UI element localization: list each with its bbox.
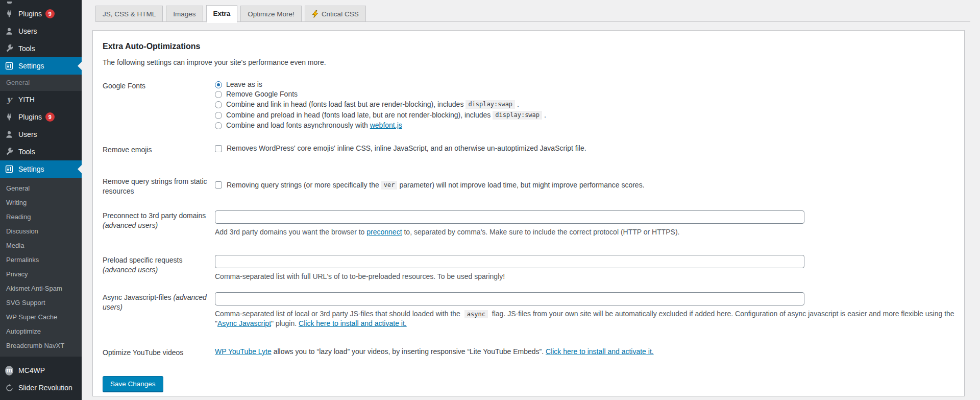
radio-option-combine-link-head: Combine and link in head (fonts load fas… bbox=[215, 100, 954, 109]
radio-option-combine-preload-head: Combine and preload in head (fonts load … bbox=[215, 111, 954, 120]
radio-button[interactable] bbox=[215, 91, 222, 98]
sidebar-item-label: Settings bbox=[18, 165, 44, 173]
field-label: Preload specific requests (advanced user… bbox=[103, 255, 215, 281]
sidebar-item-mc4wp[interactable]: m MC4WP bbox=[0, 362, 82, 379]
users-icon bbox=[5, 130, 13, 138]
sidebar-item-plugins[interactable]: Plugins 9 bbox=[0, 5, 82, 22]
radio-option-leave-as-is: Leave as is bbox=[215, 81, 954, 88]
submenu-item-general[interactable]: General bbox=[0, 76, 82, 90]
sidebar-top-cutoff bbox=[0, 0, 82, 5]
field-label: Optimize YouTube videos bbox=[103, 347, 215, 358]
submenu-item-privacy[interactable]: Privacy bbox=[0, 267, 82, 281]
sidebar-item-label: Users bbox=[18, 27, 37, 35]
sidebar-item-plugins-2[interactable]: Plugins 9 bbox=[0, 108, 82, 126]
radio-button[interactable] bbox=[215, 112, 222, 119]
settings-sliders-icon bbox=[5, 165, 13, 173]
preload-help: Comma-separated list with full URL's of … bbox=[215, 272, 954, 281]
partial-menu-icon bbox=[7, 2, 12, 4]
async-javascript-plugin-link[interactable]: Async Javascript bbox=[217, 319, 271, 327]
field-label: Remove emojis bbox=[103, 145, 215, 155]
webfont-js-link[interactable]: webfont.js bbox=[370, 122, 402, 129]
radio-button[interactable] bbox=[215, 81, 222, 88]
wrench-icon bbox=[5, 148, 13, 156]
youtube-desc: WP YouTube Lyte allows you to “lazy load… bbox=[215, 347, 954, 358]
checkbox[interactable] bbox=[215, 181, 222, 189]
code-display-swap: display:swap bbox=[493, 111, 542, 120]
field-label: Async Javascript-files (advanced users) bbox=[103, 292, 215, 328]
wrench-icon bbox=[5, 44, 13, 53]
plug-icon bbox=[5, 10, 13, 18]
save-changes-button[interactable]: Save Changes bbox=[103, 376, 163, 392]
row-google-fonts: Google Fonts Leave as is Remove Google F… bbox=[103, 81, 954, 129]
field-label: Remove query strings from static resourc… bbox=[103, 176, 215, 196]
submenu-item-general[interactable]: General bbox=[0, 181, 82, 196]
sidebar-item-label: Slider Revolution bbox=[18, 384, 72, 392]
async-js-files-input[interactable] bbox=[215, 292, 804, 305]
nav-tabs: JS, CSS & HTML Images Extra Optimize Mor… bbox=[95, 0, 970, 22]
settings-sliders-icon bbox=[5, 62, 13, 70]
settings-submenu-collapsed: General bbox=[0, 75, 82, 91]
wp-youtube-lyte-link[interactable]: WP YouTube Lyte bbox=[215, 347, 272, 356]
sidebar-item-label: Plugins bbox=[18, 113, 42, 121]
row-optimize-youtube: Optimize YouTube videos WP YouTube Lyte … bbox=[103, 347, 954, 358]
sidebar-item-label: Plugins bbox=[18, 10, 42, 18]
extra-settings-panel: Extra Auto-Optimizations The following s… bbox=[92, 30, 965, 396]
sidebar-item-label: MC4WP bbox=[18, 366, 45, 374]
sidebar-item-tools-2[interactable]: Tools bbox=[0, 143, 82, 160]
admin-sidebar: Plugins 9 Users Tools Settings General y… bbox=[0, 0, 82, 400]
tab-images[interactable]: Images bbox=[166, 6, 203, 22]
users-icon bbox=[5, 27, 13, 35]
install-activate-lyte-link[interactable]: Click here to install and activate it. bbox=[546, 347, 654, 356]
submenu-item-svg-support[interactable]: SVG Support bbox=[0, 296, 82, 310]
install-activate-async-link[interactable]: Click here to install and activate it. bbox=[299, 319, 407, 327]
sidebar-item-label: YITH bbox=[18, 96, 35, 104]
sidebar-item-tools[interactable]: Tools bbox=[0, 40, 82, 57]
sidebar-item-settings[interactable]: Settings bbox=[0, 57, 82, 75]
code-display-swap: display:swap bbox=[465, 100, 515, 109]
radio-button[interactable] bbox=[215, 122, 222, 129]
sidebar-item-label: Users bbox=[18, 130, 37, 138]
preconnect-domains-input[interactable] bbox=[215, 210, 804, 224]
checkbox-option-remove-emojis: Removes WordPress' core emojis' inline C… bbox=[215, 145, 954, 152]
main-content: JS, CSS & HTML Images Extra Optimize Mor… bbox=[82, 0, 980, 400]
tab-extra[interactable]: Extra bbox=[206, 5, 238, 23]
submenu-item-permalinks[interactable]: Permalinks bbox=[0, 253, 82, 267]
checkbox-option-query-strings: Removing query strings (or more specific… bbox=[215, 181, 954, 190]
slider-revolution-icon bbox=[5, 384, 13, 392]
preconnect-link[interactable]: preconnect bbox=[366, 228, 402, 236]
submenu-item-media[interactable]: Media bbox=[0, 239, 82, 253]
page-title: Extra Auto-Optimizations bbox=[103, 42, 954, 51]
lightning-bolt-icon bbox=[312, 10, 318, 18]
tab-js-css-html[interactable]: JS, CSS & HTML bbox=[95, 6, 163, 22]
submenu-item-autoptimize[interactable]: Autoptimize bbox=[0, 324, 82, 339]
row-query-strings: Remove query strings from static resourc… bbox=[103, 176, 954, 196]
submenu-item-reading[interactable]: Reading bbox=[0, 210, 82, 224]
field-label: Google Fonts bbox=[103, 81, 215, 129]
tab-critical-css[interactable]: Critical CSS bbox=[305, 6, 366, 22]
row-preconnect: Preconnect to 3rd party domains (advance… bbox=[103, 210, 954, 237]
mc4wp-icon: m bbox=[5, 366, 13, 374]
submenu-item-writing[interactable]: Writing bbox=[0, 196, 82, 210]
submenu-item-akismet[interactable]: Akismet Anti-Spam bbox=[0, 281, 82, 296]
yith-icon: y bbox=[5, 96, 13, 104]
submenu-item-breadcrumb-navxt[interactable]: Breadcrumb NavXT bbox=[0, 339, 82, 353]
update-count-badge: 9 bbox=[45, 112, 55, 122]
code-ver: ver bbox=[381, 181, 398, 190]
sidebar-item-yith[interactable]: y YITH bbox=[0, 91, 82, 108]
checkbox[interactable] bbox=[215, 145, 222, 152]
sidebar-item-label: Tools bbox=[18, 148, 35, 156]
plug-icon bbox=[5, 113, 13, 121]
sidebar-item-users[interactable]: Users bbox=[0, 22, 82, 40]
row-remove-emojis: Remove emojis Removes WordPress' core em… bbox=[103, 145, 954, 155]
submenu-item-discussion[interactable]: Discussion bbox=[0, 224, 82, 239]
update-count-badge: 9 bbox=[45, 9, 55, 18]
sidebar-item-users-2[interactable]: Users bbox=[0, 126, 82, 143]
sidebar-item-settings-2[interactable]: Settings bbox=[0, 160, 82, 178]
preload-requests-input[interactable] bbox=[215, 255, 804, 268]
tab-optimize-more[interactable]: Optimize More! bbox=[240, 6, 302, 22]
submenu-item-wp-super-cache[interactable]: WP Super Cache bbox=[0, 310, 82, 324]
radio-button[interactable] bbox=[215, 101, 222, 108]
settings-submenu: General Writing Reading Discussion Media… bbox=[0, 178, 82, 357]
field-label: Preconnect to 3rd party domains (advance… bbox=[103, 210, 215, 237]
sidebar-item-slider-revolution[interactable]: Slider Revolution bbox=[0, 379, 82, 396]
